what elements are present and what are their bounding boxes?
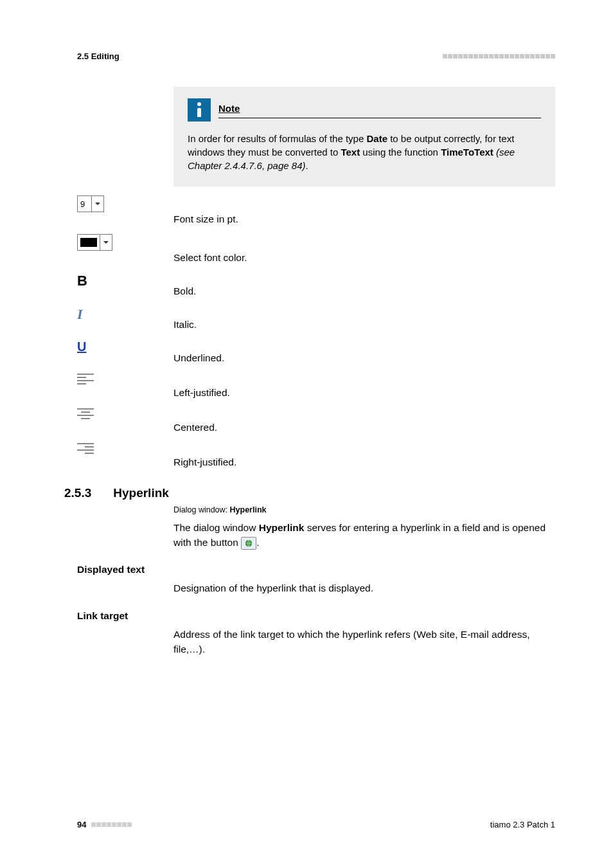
page-header: 2.5 Editing [77,51,555,61]
align-right-icon[interactable] [77,442,94,455]
font-color-desc: Select font color. [173,230,555,264]
section-number: 2.5.3 [64,486,91,500]
font-size-value: 9 [78,199,91,209]
header-ornament [443,54,555,59]
link-target-label: Link target [77,610,555,622]
font-color-dropdown[interactable] [77,234,112,251]
bold-desc: Bold. [173,269,555,297]
font-size-desc: Font size in pt. [173,192,555,225]
color-swatch-icon [80,238,97,247]
underline-desc: Underlined. [173,336,555,364]
note-callout: Note In order for results of formulas of… [173,87,555,186]
page-number: 94 [77,820,86,829]
align-left-icon[interactable] [77,373,94,386]
italic-desc: Italic. [173,302,555,330]
info-icon [188,98,211,122]
font-size-dropdown[interactable]: 9 [77,195,104,212]
dialog-window-label: Dialog window: Hyperlink [173,504,555,516]
underline-icon[interactable]: U [77,339,86,354]
bold-icon[interactable]: B [77,273,87,289]
displayed-text-label: Displayed text [77,564,555,575]
italic-icon[interactable]: I [77,306,83,322]
product-name: tiamo 2.3 Patch 1 [490,820,555,829]
align-center-desc: Centered. [173,404,555,433]
chevron-down-icon [91,196,103,212]
hyperlink-button-icon[interactable] [241,537,256,550]
section-heading-hyperlink: 2.5.3 Hyperlink [64,486,555,500]
hyperlink-paragraph: The dialog window Hyperlink serves for e… [173,520,555,550]
displayed-text-desc: Designation of the hyperlink that is dis… [173,581,555,595]
section-label: 2.5 Editing [77,51,120,61]
footer-ornament [91,822,132,827]
note-title: Note [218,103,240,114]
align-left-desc: Left-justified. [173,369,555,399]
chevron-down-icon [100,235,112,250]
note-body: In order for results of formulas of the … [188,132,541,172]
section-title: Hyperlink [113,486,169,500]
page-footer: 94 tiamo 2.3 Patch 1 [77,820,555,829]
align-right-desc: Right-justified. [173,439,555,468]
align-center-icon[interactable] [77,408,94,420]
link-target-desc: Address of the link target to which the … [173,627,555,657]
